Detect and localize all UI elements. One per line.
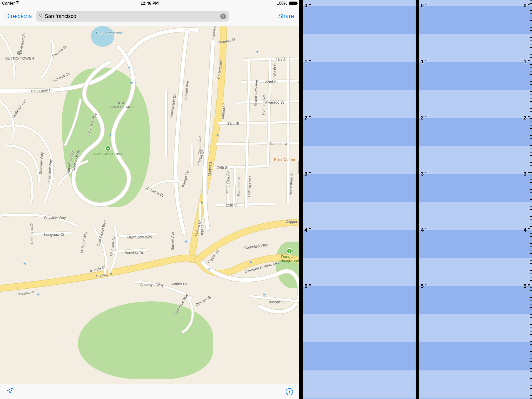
roads [0, 0, 299, 399]
street-label: Panorama Dr [29, 222, 34, 244]
carrier-label: Carrier [2, 1, 15, 6]
street-label: Cityview Way [44, 216, 66, 220]
ruler-mark: 0 " [524, 3, 530, 9]
street-label: 25th St [226, 203, 237, 207]
ruler-mark: 5 " [304, 283, 311, 289]
street-label: Hoffman Ave [247, 176, 252, 197]
share-button[interactable]: Share [278, 13, 294, 20]
svg-line-1 [42, 16, 43, 18]
ruler-mark: 4 " [421, 227, 428, 233]
battery-percent: 100% [277, 1, 287, 6]
poi-douglass[interactable]: ✦ Douglass Playground [279, 248, 299, 263]
search-input[interactable] [45, 13, 220, 19]
nav-bar: Directions ✕ Share [0, 7, 299, 26]
street-label: 22nd St [265, 80, 277, 84]
street-label: 21st St [275, 58, 287, 62]
street-label: Clipper St [286, 220, 299, 224]
ruler-mark: 1 " [524, 59, 530, 65]
street-label: Alvarado St [265, 100, 284, 104]
ruler-mark: 4 " [524, 227, 530, 233]
map-view[interactable]: ⛔︎ SUTRO TOWER Peaks Reservoir ▲▲ TWIN P… [0, 0, 299, 399]
direction-arrow-icon: ➤ [256, 49, 260, 54]
ruler-panel: 0 "1 "2 "3 "4 "5 " 0 "0 "1 "1 "2 "2 "3 "… [299, 0, 532, 399]
ruler-mark: 1 " [304, 59, 311, 65]
street-label: Elizabeth St [268, 142, 287, 146]
ipad-simulator: Carrier 12:46 PM 100% Directions ✕ Share [0, 0, 299, 399]
ruler-mark: 2 " [421, 115, 428, 121]
poi-philz[interactable]: Philz Coffee [274, 157, 295, 162]
battery-icon [289, 2, 297, 5]
scroll-indicator [298, 161, 299, 174]
clear-search-icon[interactable]: ✕ [220, 14, 226, 19]
wifi-icon [15, 1, 20, 6]
street-label: Burnett Ave [170, 232, 175, 250]
ruler-mark: 3 " [421, 171, 428, 177]
street-label: High St [200, 225, 204, 237]
info-icon[interactable]: i [286, 388, 293, 395]
bottom-toolbar: i [0, 384, 299, 399]
clock: 12:46 PM [141, 1, 158, 6]
status-bar: Carrier 12:46 PM 100% [0, 0, 299, 7]
ruler-mark: 3 " [304, 171, 311, 177]
ruler-mark: 2 " [304, 115, 311, 121]
street-label: Longview Ct [44, 232, 64, 237]
ruler-mark: 0 " [304, 3, 311, 9]
ruler-mark: 4 " [304, 227, 311, 233]
street-label: Worth St [272, 63, 277, 77]
ruler-column: 0 "0 "1 "1 "2 "2 "3 "3 "4 "4 "5 "5 " [416, 0, 532, 399]
poi-twinpeaks-park[interactable]: ✦ Twin Peaks Park [94, 145, 123, 156]
street-label: 23rd St [227, 121, 239, 125]
ruler-mark: 0 " [421, 3, 428, 9]
search-field[interactable]: ✕ [36, 11, 229, 22]
poi-twinpeaks: ▲▲ TWIN PEAKS [109, 100, 133, 109]
directions-button[interactable]: Directions [5, 13, 32, 20]
ruler-mark: 5 " [524, 283, 530, 289]
direction-arrow-icon: ➤ [23, 261, 27, 266]
street-label: Sunview Dr [125, 251, 143, 255]
ruler-mark: 5 " [421, 283, 428, 289]
ruler-column: 0 "1 "2 "3 "4 "5 " [299, 0, 416, 399]
search-icon [39, 14, 43, 19]
street-label: Homestead St [289, 172, 294, 195]
ruler-mark: 2 " [524, 115, 530, 121]
street-label: Amber Dr [171, 282, 187, 286]
street-label: Hoffman Ave [261, 94, 266, 115]
ruler-mark: 3 " [524, 171, 530, 177]
reservoir-label: Peaks Reservoir [96, 31, 123, 35]
street-label: Duncan St [268, 300, 284, 304]
ruler-mark: 1 " [421, 59, 428, 65]
locate-me-icon[interactable] [6, 387, 14, 396]
street-label: Dawnview Way [127, 235, 152, 239]
street-label: Fountain St [236, 177, 241, 196]
street-label: Amethyst Way [140, 283, 164, 287]
street-label: 24th St [217, 165, 228, 170]
